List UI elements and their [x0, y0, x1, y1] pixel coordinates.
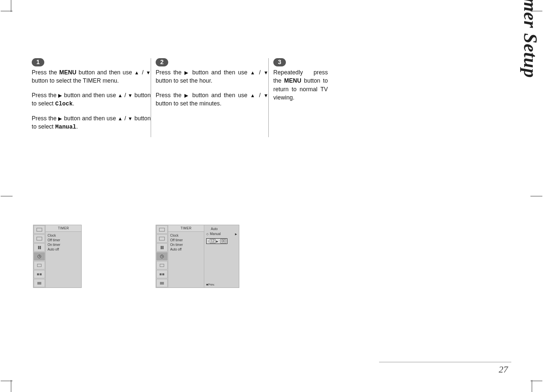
osd-hour: 12 [210, 239, 215, 243]
osd-list-item: On timer [48, 242, 79, 247]
osd-tab-icon [34, 261, 45, 269]
osd-tab-icon [34, 234, 45, 243]
svg-rect-3 [40, 246, 41, 249]
svg-line-17 [162, 256, 163, 257]
svg-rect-7 [37, 264, 41, 267]
svg-rect-20 [162, 273, 164, 275]
right-icon [184, 92, 190, 98]
osd-tab-icon [34, 243, 45, 252]
osd-tab-icon [34, 279, 45, 287]
osd-list-item: Off timer [170, 238, 202, 242]
svg-rect-2 [38, 246, 39, 249]
page: Timer Setup Manual Clock Setup 27 1 Pres… [0, 0, 543, 392]
osd-tab-icon [156, 225, 168, 234]
osd-list-item: Off timer [48, 238, 79, 242]
osd-list-item: Auto off [170, 247, 202, 252]
page-number: 27 [499, 364, 508, 375]
step-1-para-2: Press the button and then use / button t… [32, 91, 151, 108]
svg-rect-13 [161, 246, 162, 249]
right-icon [235, 232, 237, 236]
right-icon [216, 239, 218, 243]
svg-rect-21 [160, 282, 164, 285]
svg-rect-1 [37, 237, 42, 240]
crop-mark [530, 381, 542, 381]
osd-list-item: Clock [48, 233, 79, 238]
osd-tab-icon [156, 261, 168, 269]
page-number-rule [379, 362, 511, 362]
svg-rect-9 [40, 273, 42, 275]
osd-subpanel: Auto Manual 12 [204, 225, 239, 288]
svg-rect-12 [159, 237, 165, 240]
svg-rect-0 [37, 228, 42, 231]
svg-rect-10 [37, 282, 41, 285]
step-2-badge: 2 [156, 58, 168, 66]
step-3-column: 3 Repeatedly press the MENU button to re… [268, 58, 328, 137]
up-icon [250, 69, 256, 76]
osd-tab-strip [156, 225, 168, 288]
down-icon [128, 92, 133, 98]
step-1-column: 1 Press the MENU button and then use / b… [32, 58, 151, 137]
crop-mark [11, 380, 11, 392]
step-1-para-3: Press the button and then use / button t… [32, 114, 151, 132]
svg-line-6 [39, 256, 40, 257]
osd-panel-title: TIMER [46, 225, 81, 232]
svg-rect-19 [160, 273, 162, 275]
osd-tab-icon [156, 234, 168, 243]
step-2-para-1: Press the button and then use / button t… [156, 68, 268, 85]
down-icon [146, 69, 151, 76]
osd-prev-label: Prev. [206, 283, 215, 286]
osd-tab-icon [34, 270, 45, 278]
step-1-para-1: Press the MENU button and then use / but… [32, 68, 151, 85]
up-icon [250, 92, 256, 98]
osd-time-box: 12 : 00 [206, 238, 227, 244]
title-main: Timer Setup [520, 0, 541, 78]
down-icon [128, 115, 133, 122]
svg-rect-8 [37, 273, 39, 275]
osd-tab-timer-icon [34, 252, 45, 260]
osd-panel-body: TIMER Clock Off timer On timer Auto off [45, 225, 81, 288]
osd-tab-icon [156, 279, 168, 287]
up-icon [118, 115, 123, 122]
osd-list-item: On timer [170, 242, 202, 247]
osd-panel-list: Clock Off timer On timer Auto off [46, 232, 81, 253]
updown-icon [208, 239, 209, 243]
osd-panel-title: TIMER [168, 225, 204, 232]
step-2-para-2: Press the button and then use / button t… [156, 91, 268, 108]
osd-list-item: Auto off [48, 247, 79, 252]
crop-mark [532, 380, 532, 392]
crop-mark [11, 0, 11, 12]
svg-rect-14 [162, 246, 164, 249]
osd-option-manual: Manual [206, 231, 237, 236]
steps-row: 1 Press the MENU button and then use / b… [32, 58, 329, 137]
osd-panel-1: TIMER Clock Off timer On timer Auto off [33, 225, 82, 288]
osd-panel-body: TIMER Clock Off timer On timer Auto off [168, 225, 204, 288]
diamond-icon [206, 232, 209, 236]
osd-tab-icon [156, 243, 168, 252]
osd-option-auto: Auto [206, 226, 237, 231]
osd-panel-2: TIMER Clock Off timer On timer Auto off [156, 225, 239, 288]
osd-list-item: Clock [170, 233, 202, 238]
svg-rect-18 [160, 264, 164, 267]
up-icon [118, 92, 123, 98]
crop-mark [530, 196, 542, 196]
up-icon [134, 69, 140, 76]
side-title: Timer Setup Manual Clock Setup [425, 19, 511, 137]
osd-tab-icon [156, 270, 168, 278]
osd: TIMER Clock Off timer On timer Auto off [156, 225, 239, 288]
step-3-para-1: Repeatedly press the MENU button to retu… [273, 68, 328, 102]
crop-mark [1, 196, 13, 196]
osd-tab-strip [33, 225, 45, 288]
osd: TIMER Clock Off timer On timer Auto off [33, 225, 82, 288]
right-icon [58, 92, 62, 98]
step-2-column: 2 Press the button and then use / button… [151, 58, 268, 137]
osd-tab-icon [34, 225, 45, 234]
osd-tab-timer-icon [156, 252, 168, 260]
step-3-badge: 3 [273, 58, 286, 66]
svg-rect-11 [159, 228, 165, 231]
down-icon [263, 92, 268, 98]
right-icon [184, 69, 190, 76]
right-icon [58, 115, 62, 122]
content-area: Timer Setup Manual Clock Setup 27 1 Pres… [32, 19, 511, 373]
step-1-badge: 1 [32, 58, 44, 66]
osd-minute: 00 [220, 239, 226, 243]
